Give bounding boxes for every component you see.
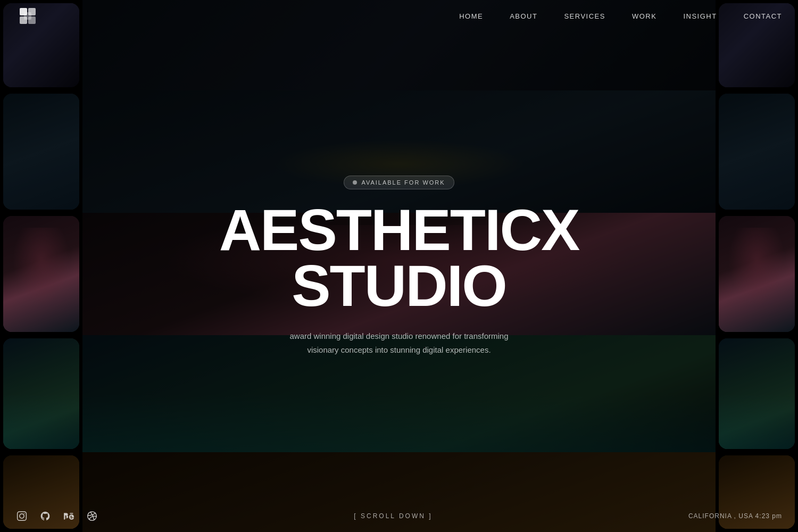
footer: [ SCROLL DOWN ] CALIFORNIA , USA 4:23 pm xyxy=(0,500,798,532)
nav-services[interactable]: SERVICES xyxy=(564,12,605,20)
nav-home[interactable]: HOME xyxy=(459,12,483,20)
bg-cell-island-left xyxy=(3,338,79,449)
logo[interactable] xyxy=(16,4,39,28)
nav: HOME ABOUT SERVICES WORK INSIGHT CONTACT xyxy=(459,12,782,20)
hero-title: AESTHETICX STUDIO xyxy=(213,202,585,313)
nav-about[interactable]: ABOUT xyxy=(510,12,537,20)
badge-dot xyxy=(353,180,357,185)
github-icon[interactable] xyxy=(39,510,51,522)
nav-contact[interactable]: CONTACT xyxy=(744,12,782,20)
dribbble-icon[interactable] xyxy=(86,510,98,522)
badge-label: AVAILABLE FOR WORK xyxy=(361,179,445,186)
nav-insight[interactable]: INSIGHT xyxy=(683,12,717,20)
location-time: CALIFORNIA , USA 4:23 pm xyxy=(688,512,782,520)
instagram-icon[interactable] xyxy=(16,510,28,522)
bg-cell-tree-left xyxy=(3,216,79,332)
svg-rect-4 xyxy=(24,12,31,20)
social-icons xyxy=(16,510,98,522)
bg-cell-car-left xyxy=(3,94,79,210)
hero-section: AVAILABLE FOR WORK AESTHETICX STUDIO awa… xyxy=(213,176,585,356)
bg-cell-island-right xyxy=(719,338,795,449)
hero-subtitle: award winning digital design studio reno… xyxy=(285,329,513,356)
bg-cell-tree-right xyxy=(719,216,795,332)
hero-title-line2: STUDIO xyxy=(292,253,506,318)
svg-rect-5 xyxy=(18,512,27,521)
scroll-cta[interactable]: [ SCROLL DOWN ] xyxy=(354,512,432,520)
header: HOME ABOUT SERVICES WORK INSIGHT CONTACT xyxy=(0,0,798,32)
bg-cell-car-right xyxy=(719,94,795,210)
svg-point-6 xyxy=(20,514,24,518)
svg-point-7 xyxy=(24,513,25,514)
behance-icon[interactable] xyxy=(63,510,74,522)
nav-work[interactable]: WORK xyxy=(632,12,656,20)
available-badge: AVAILABLE FOR WORK xyxy=(344,176,454,189)
